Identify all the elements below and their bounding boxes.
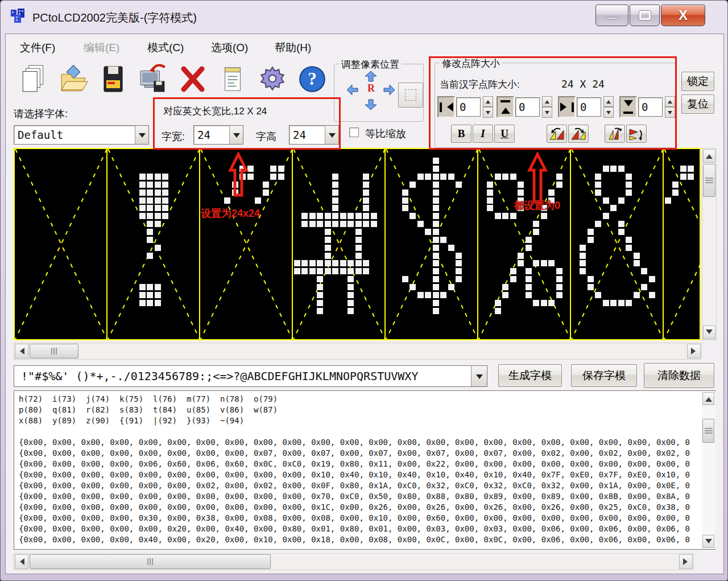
matrix-dot[interactable] xyxy=(355,221,362,227)
offset-right-input[interactable] xyxy=(577,97,601,117)
matrix-dot[interactable] xyxy=(139,174,146,180)
matrix-dot[interactable] xyxy=(634,260,640,266)
matrix-dot[interactable] xyxy=(588,229,594,235)
matrix-dot[interactable] xyxy=(580,268,586,274)
matrix-dot[interactable] xyxy=(649,276,655,282)
matrix-cell-ampersand[interactable] xyxy=(571,149,664,339)
matrix-dot[interactable] xyxy=(417,174,424,180)
matrix-dot[interactable] xyxy=(634,292,640,298)
matrix-dot[interactable] xyxy=(325,268,331,274)
matrix-dot[interactable] xyxy=(332,189,338,196)
output-textarea[interactable]: h(72) i(73) j(74) k(75) l(76) m(77) n(78… xyxy=(14,390,715,550)
move-left-button[interactable] xyxy=(346,84,359,96)
matrix-dot[interactable] xyxy=(533,221,539,227)
matrix-dot[interactable] xyxy=(433,300,439,306)
matrix-dot[interactable] xyxy=(618,229,624,235)
matrix-dot[interactable] xyxy=(147,253,153,259)
matrix-dot[interactable] xyxy=(533,229,539,235)
matrix-dot[interactable] xyxy=(433,221,439,227)
matrix-vertical-scrollbar[interactable] xyxy=(702,148,717,340)
matrix-dot[interactable] xyxy=(155,221,161,227)
matrix-dot[interactable] xyxy=(317,300,323,306)
matrix-dot[interactable] xyxy=(147,182,153,188)
offset-right-spinner[interactable] xyxy=(603,96,614,118)
matrix-dot[interactable] xyxy=(332,174,338,180)
matrix-dot[interactable] xyxy=(402,205,408,211)
lock-button[interactable]: 锁定 xyxy=(681,72,714,91)
generate-font-button[interactable]: 生成字模 xyxy=(498,364,562,387)
scrollbar-thumb[interactable] xyxy=(30,554,271,569)
maximize-button[interactable] xyxy=(630,5,660,26)
matrix-dot[interactable] xyxy=(510,276,516,282)
matrix-dot[interactable] xyxy=(355,260,362,266)
matrix-dot[interactable] xyxy=(325,245,331,251)
scroll-down-button[interactable] xyxy=(702,535,714,548)
matrix-dot[interactable] xyxy=(332,197,338,204)
matrix-dot[interactable] xyxy=(448,174,454,180)
matrix-dot[interactable] xyxy=(317,292,323,298)
matrix-dot[interactable] xyxy=(332,260,338,266)
trim-bottom-button[interactable] xyxy=(619,96,637,118)
matrix-dot[interactable] xyxy=(410,213,416,219)
matrix-dot[interactable] xyxy=(649,292,655,298)
matrix-cell-dollar[interactable] xyxy=(386,149,478,339)
matrix-dot[interactable] xyxy=(433,245,439,251)
matrix-dot[interactable] xyxy=(641,268,647,274)
matrix-dot[interactable] xyxy=(595,182,601,188)
matrix-dot[interactable] xyxy=(147,229,153,235)
matrix-dot[interactable] xyxy=(162,189,168,196)
matrix-dot[interactable] xyxy=(626,189,632,196)
matrix-dot[interactable] xyxy=(541,300,547,306)
matrix-dot[interactable] xyxy=(147,237,153,243)
matrix-dot[interactable] xyxy=(371,221,377,227)
matrix-dot[interactable] xyxy=(487,182,493,188)
matrix-dot[interactable] xyxy=(595,292,601,298)
matrix-dot[interactable] xyxy=(433,284,439,290)
matrix-dot[interactable] xyxy=(502,174,508,180)
matrix-dot[interactable] xyxy=(162,174,168,180)
dot-matrix-preview[interactable] xyxy=(14,148,701,340)
matrix-dot[interactable] xyxy=(325,213,331,219)
help-button[interactable]: ? xyxy=(296,63,329,98)
matrix-dot[interactable] xyxy=(348,213,354,219)
matrix-dot[interactable] xyxy=(139,284,146,290)
matrix-dot[interactable] xyxy=(325,237,331,243)
scroll-up-button[interactable] xyxy=(703,149,715,163)
matrix-dot[interactable] xyxy=(533,300,539,306)
matrix-dot[interactable] xyxy=(433,260,439,266)
reset-button[interactable]: 复位 xyxy=(681,94,714,114)
matrix-dot[interactable] xyxy=(309,260,316,266)
matrix-dot[interactable] xyxy=(402,189,408,196)
matrix-dot[interactable] xyxy=(626,300,632,306)
matrix-dot[interactable] xyxy=(355,268,362,274)
matrix-dot[interactable] xyxy=(610,300,617,306)
output-horizontal-scrollbar[interactable] xyxy=(14,553,694,570)
rotate-left-button[interactable] xyxy=(547,125,567,143)
export-save-button[interactable] xyxy=(136,63,169,98)
matrix-dot[interactable] xyxy=(317,308,323,314)
matrix-dot[interactable] xyxy=(518,189,524,196)
matrix-dot[interactable] xyxy=(448,284,454,290)
matrix-dot[interactable] xyxy=(317,284,323,290)
matrix-dot[interactable] xyxy=(325,221,331,227)
char-height-combo[interactable]: 24 xyxy=(289,125,339,145)
matrix-dot[interactable] xyxy=(162,205,168,211)
matrix-cell-exclamation[interactable] xyxy=(107,149,200,339)
matrix-dot[interactable] xyxy=(155,292,161,298)
clear-data-button[interactable]: 清除数据 xyxy=(644,363,714,388)
matrix-dot[interactable] xyxy=(433,308,439,314)
matrix-dot[interactable] xyxy=(665,197,671,204)
matrix-dot[interactable] xyxy=(139,205,146,211)
char-width-combo[interactable]: 24 xyxy=(193,125,243,145)
matrix-dot[interactable] xyxy=(433,213,439,219)
matrix-dot[interactable] xyxy=(270,166,276,172)
matrix-dot[interactable] xyxy=(603,213,609,219)
matrix-dot[interactable] xyxy=(548,300,555,306)
matrix-dot[interactable] xyxy=(363,260,369,266)
matrix-dot[interactable] xyxy=(355,229,362,235)
matrix-dot[interactable] xyxy=(672,182,679,188)
matrix-dot[interactable] xyxy=(433,182,439,188)
matrix-dot[interactable] xyxy=(263,189,269,196)
matrix-dot[interactable] xyxy=(688,174,694,180)
matrix-dot[interactable] xyxy=(363,189,369,196)
